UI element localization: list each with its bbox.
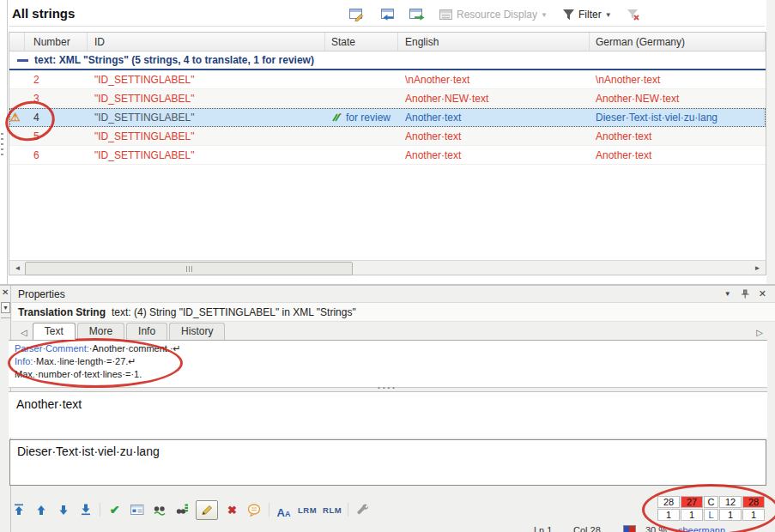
left-drag-handle[interactable] [1, 133, 3, 157]
source-text-pane: Another·text [9, 391, 767, 438]
edit-toolbar: ✔ ✖ AA LRM RLM [10, 498, 371, 522]
cell-number: 3 [25, 93, 88, 105]
close-icon[interactable]: ✕ [759, 288, 766, 299]
counter-cell: 1 [681, 509, 703, 521]
previous-string-button[interactable] [33, 502, 49, 518]
column-header-german[interactable]: German (Germany) [590, 33, 766, 51]
cell-number: 2 [25, 74, 88, 86]
scroll-right-button[interactable]: ► [750, 262, 765, 275]
group-header-label: text: XML "Strings" (5 strings, 4 to tra… [34, 54, 314, 66]
column-header-number[interactable]: Number [25, 33, 88, 51]
confirm-translation-button[interactable]: ✔ [106, 502, 123, 518]
counter-cell: 28 [657, 496, 680, 508]
wrench-icon[interactable] [354, 502, 371, 518]
cell-english: Another·text [398, 130, 590, 142]
clear-filter-icon [627, 9, 641, 21]
tab-scroll-left-icon[interactable]: ◁ [21, 328, 27, 337]
scroll-left-button[interactable]: ◄ [10, 262, 25, 275]
add-translation-button[interactable] [407, 7, 427, 23]
counter-cell-highlighted: 28 [742, 496, 765, 508]
scrollbar-thumb[interactable] [25, 262, 353, 275]
length-counter-grid: 28 27 C 12 28 1 1 L 1 1 [657, 496, 765, 521]
column-header-state[interactable]: State [325, 33, 398, 51]
window-arrow-right-icon [409, 9, 425, 21]
counter-cell: 1 [719, 509, 742, 521]
chevron-down-icon[interactable]: ▼ [1, 302, 10, 313]
reject-translation-button[interactable]: ✖ [224, 502, 240, 518]
rlm-button[interactable]: RLM [323, 505, 342, 515]
counter-cell: 12 [719, 496, 742, 508]
edit-string-button[interactable] [347, 7, 367, 23]
properties-titlebar-buttons: ▼ ✕ [724, 288, 766, 299]
chevron-down-icon[interactable]: ▼ [724, 290, 731, 298]
tab-scroll-right-icon[interactable]: ▷ [756, 328, 763, 337]
filter-label: Filter [578, 9, 602, 21]
row-gutter: ⚠ [9, 112, 25, 124]
cell-id: "ID_SETTINGLABEL" [88, 130, 325, 142]
string-properties-button[interactable] [129, 502, 145, 518]
first-string-button[interactable] [10, 502, 27, 518]
column-header-english[interactable]: English [398, 33, 590, 51]
group-header-row[interactable]: text: XML "Strings" (5 strings, 4 to tra… [9, 51, 766, 70]
find-replace-icon[interactable] [151, 502, 167, 518]
info-text-1: ·Max.·line·length·=·27.↵ [33, 356, 136, 366]
edit-text-button-pressed[interactable] [196, 500, 218, 520]
close-icon[interactable]: ✕ [2, 287, 9, 297]
copy-source-button[interactable] [377, 7, 397, 23]
cell-english: Another·text [398, 149, 590, 161]
filter-button[interactable]: Filter ▼ [560, 7, 615, 22]
font-icon[interactable]: AA [275, 502, 292, 518]
translation-string-detail: text: (4) String "ID_SETTINGLABEL" in XM… [112, 306, 356, 318]
resource-display-button: Resource Display ▼ [437, 7, 550, 22]
window-pencil-icon [349, 9, 365, 21]
comment-balloon-button[interactable] [246, 502, 263, 518]
translation-string-label: Translation String [18, 306, 106, 318]
table-row[interactable]: 5 "ID_SETTINGLABEL" Another·text Another… [9, 127, 766, 146]
chevron-down-icon[interactable]: ▼ [605, 11, 612, 19]
right-edge-strip [766, 0, 775, 284]
cell-german: \nAnother·text [590, 74, 766, 86]
cell-german: Another·text [590, 149, 766, 161]
status-bar: Ln 1 Col 28 30 % sbeermann [0, 524, 775, 532]
clear-filter-button [624, 7, 644, 22]
table-row[interactable]: 2 "ID_SETTINGLABEL" \nAnother·text \nAno… [9, 70, 766, 89]
column-header-id[interactable]: ID [88, 33, 325, 51]
resource-display-label: Resource Display [457, 9, 537, 21]
translation-string-header: Translation String text: (4) String "ID_… [12, 303, 775, 322]
properties-titlebar[interactable]: Properties [12, 286, 775, 303]
table-row-selected[interactable]: ⚠ 4 "ID_SETTINGLABEL" for review Another… [9, 108, 766, 127]
parser-comment-label: Parser·Comment: [15, 343, 89, 354]
tab-text[interactable]: Text [33, 323, 76, 340]
collapse-group-icon[interactable] [17, 59, 28, 62]
parser-comment-text: ·Another·comment.·↵ [89, 343, 181, 354]
for-review-icon [331, 112, 342, 122]
flag-icon [623, 525, 636, 532]
parser-comment-line: Parser·Comment:·Another·comment.·↵ [15, 342, 767, 355]
tab-more[interactable]: More [77, 323, 124, 340]
properties-panel: ✕ ▼ Properties ▼ ✕ Translation String te… [0, 286, 775, 532]
status-line: Ln 1 [534, 525, 552, 532]
cell-state: for review [325, 112, 398, 124]
pin-icon[interactable] [741, 289, 749, 299]
left-edge-divider [7, 0, 8, 284]
cell-id: "ID_SETTINGLABEL" [88, 149, 325, 161]
tab-info[interactable]: Info [126, 323, 167, 340]
counter-cell: 1 [657, 509, 680, 521]
properties-title: Properties [18, 288, 65, 300]
cell-id: "ID_SETTINGLABEL" [88, 112, 325, 124]
row-gutter-header [9, 33, 25, 51]
cell-id: "ID_SETTINGLABEL" [88, 74, 325, 86]
last-string-button[interactable] [77, 502, 94, 518]
horizontal-scrollbar[interactable]: ◄ ► [9, 260, 766, 275]
page-title: All strings [12, 6, 75, 21]
cell-english: Another·NEW·text [398, 93, 590, 105]
table-row[interactable]: 6 "ID_SETTINGLABEL" Another·text Another… [9, 146, 766, 165]
find-in-list-icon[interactable] [173, 502, 190, 518]
translation-edit-box[interactable]: Dieser·Text·ist·viel·zu·lang [9, 439, 766, 486]
tab-history[interactable]: History [169, 323, 225, 340]
next-string-button[interactable] [55, 502, 71, 518]
table-row[interactable]: 3 "ID_SETTINGLABEL" Another·NEW·text Ano… [9, 89, 766, 108]
info-line-2: Max.·number·of·text·lines·=·1. [15, 368, 767, 381]
warning-icon: ⚠ [10, 112, 21, 124]
lrm-button[interactable]: LRM [298, 505, 317, 515]
